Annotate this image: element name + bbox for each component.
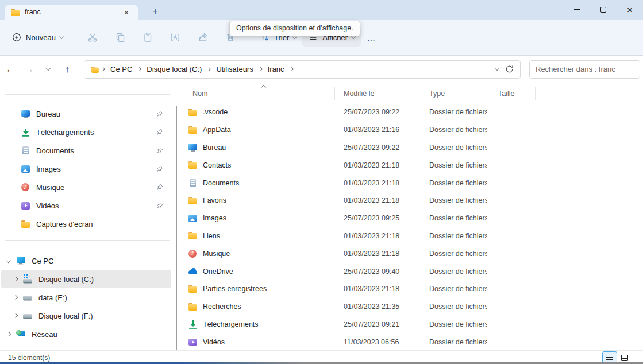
toolbar-divider [74,30,74,45]
column-header-name[interactable]: Nom [178,87,335,100]
sidebar-item[interactable]: Documents [1,141,171,160]
breadcrumb-item[interactable]: Utilisateurs [212,63,257,76]
sidebar-item[interactable]: Téléchargements [1,123,171,141]
file-name: Contacts [203,161,231,169]
search-input[interactable] [536,65,637,73]
new-tab-button[interactable]: + [147,5,163,18]
file-modified: 01/03/2023 21:18 [335,232,419,240]
table-row[interactable]: Contacts 01/03/2023 21:18 Dossier de fic… [178,156,643,174]
address-dropdown-icon[interactable] [495,66,499,71]
file-icon [188,161,198,170]
table-row[interactable]: Parties enregistrées 01/03/2023 21:18 Do… [178,280,643,298]
share-button[interactable] [193,28,213,47]
table-row[interactable]: Bureau 25/07/2023 09:22 Dossier de fichi… [178,139,643,157]
file-type: Dossier de fichiers [419,285,487,293]
sidebar-divider [5,240,170,241]
table-row[interactable]: Favoris 01/03/2023 21:18 Dossier de fich… [178,192,643,210]
back-button[interactable]: ← [2,61,19,78]
up-button[interactable]: ↑ [59,61,76,78]
breadcrumb-item[interactable]: Ce PC [106,63,136,76]
table-row[interactable]: .vscode 25/07/2023 09:22 Dossier de fich… [178,103,643,121]
chevron-down-icon [59,34,64,38]
file-icon [188,302,198,311]
new-button[interactable]: Nouveau [6,28,69,47]
address-bar[interactable]: Ce PC Disque local (C:) Utilisateurs fra… [84,60,521,79]
address-row: ← → ↑ Ce PC Disque local (C:) Utilisateu… [0,56,643,83]
search-box[interactable] [529,60,640,79]
breadcrumb-item[interactable]: franc [264,63,288,76]
rename-button[interactable] [165,28,185,47]
chevron-right-icon[interactable] [8,277,23,281]
table-row[interactable]: Recherches 01/03/2023 21:35 Dossier de f… [178,298,643,316]
chevron-right-icon[interactable] [1,332,16,336]
file-type: Dossier de fichiers [419,108,487,116]
details-view-button[interactable] [603,352,617,363]
file-name: .vscode [203,108,228,116]
copy-icon [114,32,126,43]
sidebar-item-ce-pc[interactable]: Ce PC [1,251,171,270]
file-name: OneDrive [203,268,233,276]
file-name: Images [203,214,226,222]
file-icon [188,107,198,117]
column-header-size[interactable]: Taille [487,87,536,100]
cut-button[interactable] [83,28,102,47]
chevron-right-icon[interactable] [137,67,141,71]
table-row[interactable]: AppData 01/03/2023 21:16 Dossier de fich… [178,121,643,139]
more-options-button[interactable]: … [361,33,382,42]
file-name-cell: Documents [178,179,335,188]
breadcrumb-item[interactable]: Disque local (C:) [143,63,206,76]
drives-list: Disque local (C:) data (E:) Disque loc [0,270,172,325]
minimize-button[interactable] [564,0,590,20]
maximize-button[interactable] [590,0,617,20]
table-row[interactable]: Liens 01/03/2023 21:18 Dossier de fichie… [178,227,643,245]
chevron-right-icon[interactable] [207,67,211,71]
file-icon [188,143,198,152]
sidebar-item-label: Captures d'écran [36,220,171,229]
file-icon [188,267,198,276]
sidebar-item[interactable]: Vidéos [1,196,171,215]
paste-button[interactable] [138,28,157,47]
sidebar-item[interactable]: Images [1,160,171,178]
file-modified: 01/03/2023 21:18 [335,161,419,169]
sidebar-item-network[interactable]: Réseau [1,325,171,343]
column-header-type[interactable]: Type [419,87,487,100]
table-row[interactable]: Vidéos 11/03/2023 06:56 Dossier de fichi… [178,333,643,350]
column-header-modified[interactable]: Modifié le [335,87,419,100]
file-name-cell: Bureau [178,143,335,152]
chevron-right-icon[interactable] [259,67,263,71]
sidebar-item-drive[interactable]: Disque local (F:) [1,307,171,325]
chevron-right-icon[interactable] [290,67,294,71]
sidebar-item[interactable]: Captures d'écran [1,215,171,233]
file-modified: 01/03/2023 21:18 [335,285,419,293]
large-icons-view-button[interactable] [618,352,632,363]
chevron-right-icon[interactable] [8,296,23,299]
file-type: Dossier de fichiers [419,161,487,169]
forward-button[interactable]: → [21,61,38,78]
table-row[interactable]: Musique 01/03/2023 21:18 Dossier de fich… [178,245,643,262]
sidebar-item[interactable]: Bureau [1,104,171,123]
table-row[interactable]: OneDrive 25/07/2023 09:40 Dossier de fic… [178,262,643,280]
chevron-right-icon[interactable] [8,314,23,317]
table-row[interactable]: Images 25/07/2023 09:25 Dossier de fichi… [178,210,643,227]
tab-close-icon[interactable]: × [121,6,132,18]
file-type: Dossier de fichiers [419,196,487,204]
copy-button[interactable] [110,28,130,47]
refresh-icon[interactable] [505,64,514,74]
table-row[interactable]: Téléchargements 25/07/2023 09:21 Dossier… [178,316,643,334]
sidebar-item-drive[interactable]: data (E:) [1,288,171,307]
table-row[interactable]: Documents 01/03/2023 21:18 Dossier de fi… [178,174,643,192]
recent-locations-button[interactable] [40,61,57,78]
sidebar-item-label: Réseau [32,330,57,339]
chevron-down-icon[interactable] [1,259,16,262]
pane-splitter[interactable] [176,106,177,350]
file-modified: 25/07/2023 09:22 [335,144,419,152]
folder-icon [91,65,99,73]
tab-franc[interactable]: franc × [5,5,138,20]
details-view-icon [606,355,613,360]
sidebar-item[interactable]: Musique [1,178,171,196]
sidebar-item-drive[interactable]: Disque local (C:) [1,270,171,288]
file-name: Favoris [203,196,226,204]
close-button[interactable]: × [617,0,643,20]
sidebar-divider [5,94,170,95]
file-icon [188,231,198,241]
